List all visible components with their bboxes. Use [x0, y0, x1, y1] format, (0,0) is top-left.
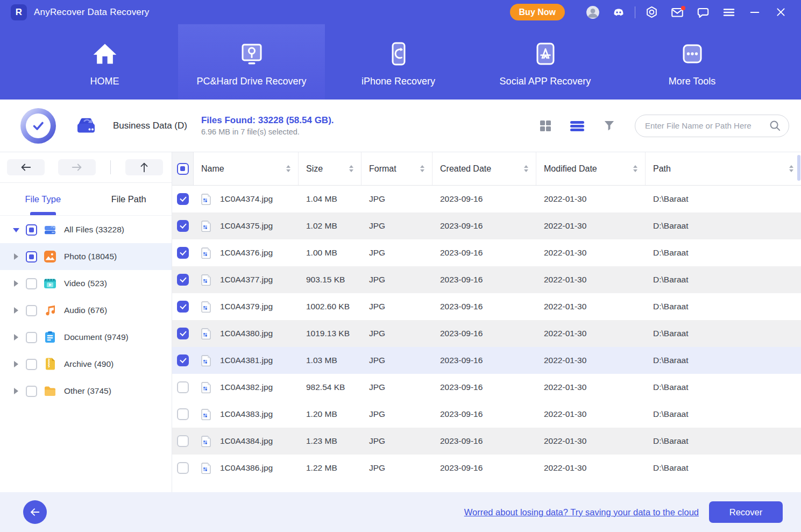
cell-created-date: 2023-09-16	[433, 275, 536, 285]
tree-checkbox[interactable]	[26, 332, 37, 343]
table-row[interactable]: 1C0A4383.jpg 1.20 MB JPG 2023-09-16 2022…	[172, 401, 801, 428]
file-name: 1C0A4381.jpg	[220, 356, 273, 365]
expander-icon[interactable]	[13, 280, 19, 287]
column-header-modified-date[interactable]: Modified Date	[536, 152, 646, 185]
table-row[interactable]: 1C0A4380.jpg 1019.13 KB JPG 2023-09-16 2…	[172, 320, 801, 347]
tab-file-path[interactable]: File Path	[86, 183, 172, 215]
table-row[interactable]: 1C0A4379.jpg 1002.60 KB JPG 2023-09-16 2…	[172, 293, 801, 320]
menu-icon[interactable]	[716, 0, 742, 24]
tree-item-photo[interactable]: Photo (18045)	[0, 243, 172, 270]
cell-format: JPG	[361, 275, 433, 285]
select-all-checkbox[interactable]	[177, 163, 189, 175]
sort-icon[interactable]	[524, 165, 528, 172]
cell-name: 1C0A4383.jpg	[194, 409, 299, 420]
table-row[interactable]: 1C0A4377.jpg 903.15 KB JPG 2023-09-16 20…	[172, 266, 801, 293]
table-row[interactable]: 1C0A4375.jpg 1.02 MB JPG 2023-09-16 2022…	[172, 212, 801, 239]
tree-item-all-files[interactable]: All Files (33228)	[0, 216, 172, 243]
table-row[interactable]: 1C0A4382.jpg 982.54 KB JPG 2023-09-16 20…	[172, 374, 801, 401]
row-checkbox[interactable]	[177, 247, 189, 259]
table-row[interactable]: 1C0A4374.jpg 1.04 MB JPG 2023-09-16 2022…	[172, 186, 801, 212]
tree-item-archive[interactable]: Archive (490)	[0, 351, 172, 378]
tree-checkbox[interactable]	[26, 359, 37, 370]
file-name: 1C0A4374.jpg	[220, 194, 273, 204]
column-header-path[interactable]: Path	[646, 152, 801, 185]
search-input[interactable]	[645, 121, 769, 130]
cloud-save-link[interactable]: Worred about losing data? Try saving you…	[464, 507, 699, 517]
row-checkbox[interactable]	[177, 381, 189, 393]
tab-home[interactable]: HOME	[31, 24, 178, 100]
tab-file-type[interactable]: File Type	[0, 183, 86, 215]
expander-icon[interactable]	[13, 334, 19, 341]
tab-pc-hard-drive-recovery[interactable]: PC&Hard Drive Recovery	[178, 24, 325, 100]
cell-format: JPG	[361, 382, 433, 392]
close-icon[interactable]	[768, 0, 793, 24]
minimize-icon[interactable]	[742, 0, 768, 24]
tree-checkbox[interactable]	[26, 386, 37, 397]
row-checkbox[interactable]	[177, 301, 189, 313]
mail-icon[interactable]	[664, 0, 690, 24]
column-header-name[interactable]: Name	[194, 152, 299, 185]
search-icon[interactable]	[769, 119, 781, 132]
cell-size: 903.15 KB	[299, 275, 361, 285]
tree-item-video[interactable]: Video (523)	[0, 270, 172, 297]
footer-back-button[interactable]	[23, 500, 47, 524]
expander-icon[interactable]	[13, 226, 19, 233]
column-label: Size	[306, 164, 323, 174]
row-checkbox[interactable]	[177, 408, 189, 420]
cell-path: D:\Baraat	[646, 463, 801, 473]
tree-checkbox[interactable]	[26, 305, 37, 316]
table-row[interactable]: 1C0A4384.jpg 1.23 MB JPG 2023-09-16 2022…	[172, 428, 801, 455]
row-checkbox[interactable]	[177, 193, 189, 205]
tree-checkbox[interactable]	[26, 224, 37, 236]
cell-modified-date: 2022-01-30	[536, 221, 646, 231]
tree-item-document[interactable]: Document (9749)	[0, 324, 172, 351]
filter-icon[interactable]	[597, 114, 621, 138]
back-button[interactable]	[7, 159, 45, 175]
expander-icon[interactable]	[13, 361, 19, 367]
audio-icon	[44, 304, 56, 317]
table-row[interactable]: 1C0A4381.jpg 1.03 MB JPG 2023-09-16 2022…	[172, 347, 801, 374]
tab-more-tools[interactable]: More Tools	[619, 24, 765, 100]
sort-icon[interactable]	[789, 165, 793, 172]
row-checkbox[interactable]	[177, 354, 189, 366]
forward-button[interactable]	[58, 159, 96, 175]
table-row[interactable]: 1C0A4376.jpg 1.00 MB JPG 2023-09-16 2022…	[172, 239, 801, 266]
tree-item-label: Other (3745)	[64, 386, 111, 396]
expander-icon[interactable]	[13, 388, 19, 394]
sort-icon[interactable]	[349, 165, 353, 172]
recover-button[interactable]: Recover	[709, 501, 783, 523]
discord-icon[interactable]	[606, 0, 632, 24]
expander-icon[interactable]	[13, 307, 19, 314]
column-header-created-date[interactable]: Created Date	[433, 152, 536, 185]
row-checkbox[interactable]	[177, 220, 189, 232]
expander-icon[interactable]	[13, 253, 19, 260]
drive-name: Business Data (D)	[113, 120, 187, 131]
image-file-icon	[201, 355, 211, 366]
buy-now-button[interactable]: Buy Now	[510, 4, 565, 20]
cell-modified-date: 2022-01-30	[536, 248, 646, 258]
sort-icon[interactable]	[633, 165, 637, 172]
settings-icon[interactable]	[639, 0, 664, 24]
column-header-size[interactable]: Size	[299, 152, 361, 185]
row-checkbox[interactable]	[177, 328, 189, 339]
grid-view-icon[interactable]	[534, 114, 557, 138]
tree-item-other[interactable]: Other (3745)	[0, 378, 172, 405]
tab-iphone-recovery[interactable]: iPhone Recovery	[325, 24, 472, 100]
tree-checkbox[interactable]	[26, 251, 37, 263]
account-icon[interactable]	[580, 0, 606, 24]
table-scrollbar[interactable]	[797, 155, 800, 181]
up-button[interactable]	[125, 159, 163, 175]
sort-icon[interactable]	[420, 165, 424, 172]
tab-social-app-recovery[interactable]: Social APP Recovery	[472, 24, 619, 100]
chat-icon[interactable]	[690, 0, 716, 24]
tree-item-audio[interactable]: Audio (676)	[0, 297, 172, 324]
row-checkbox[interactable]	[177, 462, 189, 474]
cell-modified-date: 2022-01-30	[536, 382, 646, 392]
list-view-icon[interactable]	[565, 114, 589, 138]
sort-icon[interactable]	[286, 165, 290, 172]
column-header-format[interactable]: Format	[361, 152, 433, 185]
table-row[interactable]: 1C0A4386.jpg 1.22 MB JPG 2023-09-16 2022…	[172, 455, 801, 481]
row-checkbox[interactable]	[177, 435, 189, 447]
tree-checkbox[interactable]	[26, 278, 37, 289]
row-checkbox[interactable]	[177, 274, 189, 286]
